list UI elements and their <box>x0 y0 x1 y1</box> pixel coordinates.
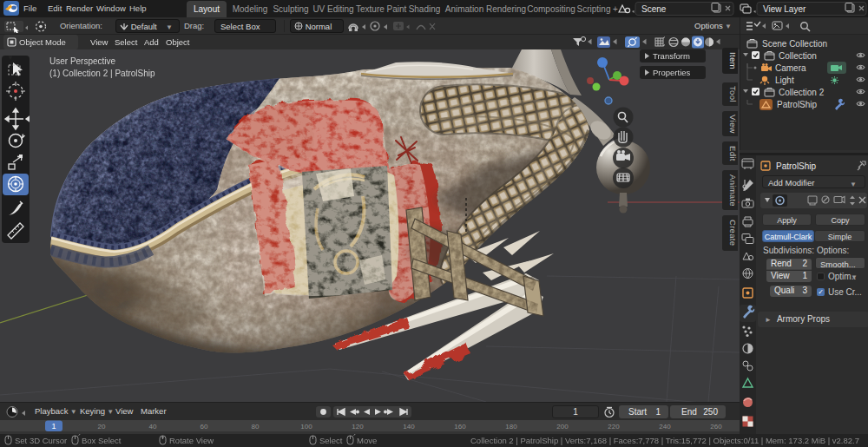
svg-text:1: 1 <box>51 422 56 431</box>
svg-text:PatrolShip: PatrolShip <box>776 161 817 171</box>
svg-text:140: 140 <box>403 423 415 431</box>
svg-text:Camera: Camera <box>775 63 806 73</box>
svg-text:(1) Collection 2 | PatrolShip: (1) Collection 2 | PatrolShip <box>49 69 155 78</box>
svg-text:Rotate View: Rotate View <box>169 436 214 445</box>
svg-text:Transform: Transform <box>653 51 690 61</box>
svg-text:User Perspective: User Perspective <box>49 56 116 66</box>
svg-text:40: 40 <box>149 423 157 431</box>
svg-text:PatrolShip: PatrolShip <box>777 100 818 109</box>
svg-text:100: 100 <box>300 423 312 431</box>
svg-text:Set 3D Cursor: Set 3D Cursor <box>15 436 67 445</box>
svg-text:200: 200 <box>556 423 569 431</box>
svg-text:160: 160 <box>454 423 466 431</box>
svg-text:80: 80 <box>252 423 260 431</box>
svg-text:240: 240 <box>659 423 671 431</box>
svg-text:Box Select: Box Select <box>82 436 122 445</box>
svg-text:Select: Select <box>319 436 343 445</box>
svg-text:60: 60 <box>201 423 208 431</box>
svg-text:180: 180 <box>505 423 517 431</box>
svg-text:Collection 2: Collection 2 <box>779 88 825 97</box>
svg-text:260: 260 <box>710 423 722 431</box>
svg-text:Collection: Collection <box>779 51 817 61</box>
svg-text:220: 220 <box>608 423 620 431</box>
svg-text:20: 20 <box>98 423 106 431</box>
svg-text:Light: Light <box>775 76 794 85</box>
svg-text:120: 120 <box>352 423 364 431</box>
svg-text:Move: Move <box>357 436 377 445</box>
svg-text:Scene: Scene <box>641 4 667 14</box>
svg-text:Properties: Properties <box>653 68 691 77</box>
svg-text:Scene Collection: Scene Collection <box>762 39 827 49</box>
svg-text:View Layer: View Layer <box>763 4 806 14</box>
